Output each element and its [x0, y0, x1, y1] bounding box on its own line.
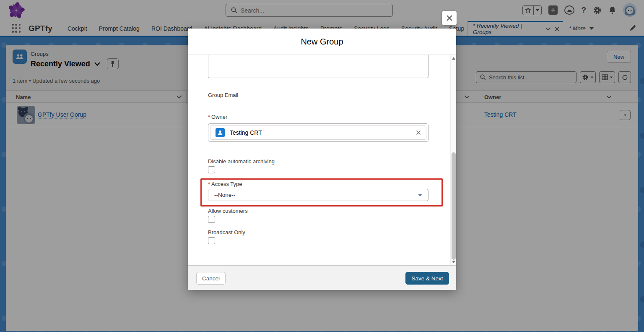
- required-mark: *: [208, 181, 210, 187]
- broadcast-only-checkbox[interactable]: [208, 237, 215, 244]
- group-email-label: Group Email: [208, 92, 238, 98]
- allow-customers-checkbox[interactable]: [208, 216, 215, 223]
- modal-close-button[interactable]: [442, 11, 457, 25]
- description-textarea[interactable]: [208, 55, 428, 78]
- disable-archiving-label: Disable automatic archiving: [208, 158, 275, 165]
- modal-scrollbar[interactable]: [450, 55, 456, 265]
- scroll-up-arrow[interactable]: [452, 57, 455, 60]
- scrollbar-thumb[interactable]: [452, 152, 456, 260]
- modal-title: New Group: [301, 37, 343, 47]
- modal-header: New Group: [188, 29, 456, 55]
- broadcast-only-label: Broadcast Only: [208, 229, 245, 235]
- screen: ? GPTfy Cockpit Prompt Catalog ROI Dashb…: [0, 0, 644, 332]
- user-icon: [216, 128, 225, 137]
- access-type-select[interactable]: --None--: [208, 189, 428, 201]
- cancel-button[interactable]: Cancel: [196, 272, 226, 285]
- new-group-modal: New Group Group Email *Owner Testing CRT…: [188, 29, 456, 290]
- modal-footer: Cancel Save & Next: [188, 265, 456, 290]
- scroll-down-arrow[interactable]: [452, 261, 455, 263]
- owner-lookup-field[interactable]: Testing CRT: [208, 123, 428, 142]
- required-mark: *: [208, 114, 210, 120]
- owner-selected-pill: Testing CRT: [210, 125, 426, 140]
- owner-value: Testing CRT: [230, 129, 411, 136]
- allow-customers-label: Allow customers: [208, 208, 248, 214]
- modal-body: Group Email *Owner Testing CRT Disable a…: [188, 55, 456, 265]
- access-type-value: --None--: [214, 192, 235, 198]
- close-icon: [446, 15, 453, 21]
- remove-owner-icon[interactable]: [416, 130, 421, 135]
- select-dropdown-arrow-icon: [418, 194, 422, 196]
- access-type-label: *Access Type: [208, 181, 242, 187]
- disable-archiving-checkbox[interactable]: [208, 166, 215, 173]
- save-next-button[interactable]: Save & Next: [405, 272, 449, 285]
- owner-label: *Owner: [208, 114, 227, 120]
